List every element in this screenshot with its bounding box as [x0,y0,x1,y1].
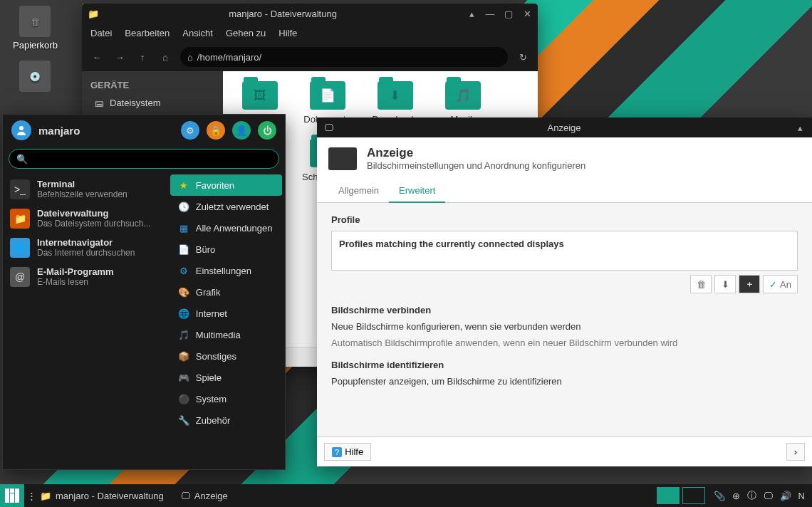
category-zuletzt-verwendet[interactable]: 🕓Zuletzt verwendet [170,196,282,217]
user-avatar-icon[interactable] [11,120,31,140]
connect-sub: Automatisch Bildschirmprofile anwenden, … [331,338,798,348]
category-system[interactable]: ⚫System [170,388,282,409]
folder-icon: 📄 [310,81,345,110]
settings-icon: ⚙ [186,125,194,136]
taskbar-item-fm[interactable]: 📁 manjaro - Dateiverwaltung [31,484,172,507]
category-icon: ★ [177,179,190,192]
svg-point-0 [19,126,24,130]
monitor-icon: 🖵 [181,491,190,501]
lock-button[interactable]: 🔒 [207,121,225,140]
menu-datei[interactable]: Datei [90,28,112,38]
path-bar[interactable]: ⌂ /home/manjaro/ [180,47,508,67]
info-icon[interactable]: ⓘ [747,489,756,502]
switch-user-button[interactable]: 👤 [232,121,251,140]
ds-footer: ? Hilfe › [317,437,812,466]
fm-titlebar[interactable]: 📁 manjaro - Dateiverwaltung ▴ — ▢ ✕ [82,4,538,23]
network-icon[interactable]: N [798,491,805,501]
category-icon: 🌐 [177,307,190,320]
close-icon[interactable]: ✕ [522,9,532,19]
logout-button[interactable]: ⏻ [258,121,276,140]
display-tray-icon[interactable]: 🖵 [764,491,773,501]
path-text: /home/manjaro/ [197,52,261,63]
close-button[interactable]: › [786,443,805,461]
app-terminal[interactable]: >_TerminalBefehlszeile verwenden [3,174,167,204]
category-internet[interactable]: 🌐Internet [170,303,282,324]
wm-categories-list: ★Favoriten🕓Zuletzt verwendet▦Alle Anwend… [167,172,285,478]
add-profile-button[interactable]: ＋ [739,275,760,293]
update-icon[interactable]: ⊕ [732,491,740,501]
menu-ansicht[interactable]: Ansicht [182,28,213,38]
tab-general[interactable]: Allgemein [328,179,389,202]
home-icon[interactable]: ⌂ [157,49,173,65]
home-path-icon: ⌂ [187,52,193,63]
wm-favorites-list: >_TerminalBefehlszeile verwenden📁Dateive… [3,172,167,478]
menu-hilfe[interactable]: Hilfe [279,28,297,38]
category-alle-anwendungen[interactable]: ▦Alle Anwendungen [170,217,282,239]
category-grafik[interactable]: 🎨Grafik [170,281,282,303]
reload-icon[interactable]: ↻ [515,49,531,65]
trash-icon: 🗑 [697,279,706,290]
category-icon: 🔧 [177,414,190,427]
category-icon: ⚫ [177,392,190,405]
help-icon: ? [332,447,342,457]
wm-search[interactable]: 🔍 [9,149,279,169]
svg-rect-4 [15,488,19,503]
forward-icon[interactable]: → [112,49,127,65]
wm-header: manjaro ⚙ 🔒 👤 ⏻ [3,115,285,146]
connect-option[interactable]: Neue Bildschirme konfigurieren, wenn sie… [331,321,798,332]
category-einstellungen[interactable]: ⚙Einstellungen [170,260,282,281]
workspace-1[interactable] [657,487,680,504]
identify-option[interactable]: Popupfenster anzeigen, um Bildschirme zu… [331,376,798,387]
fm-app-icon: 📁 [88,9,99,19]
ds-content: Profile Profiles matching the currently … [317,203,812,404]
shade-icon[interactable]: ▴ [467,9,477,19]
app-dateiverwaltung[interactable]: 📁DateiverwaltungDas Dateisystem durchsuc… [3,204,167,233]
taskbar: ⋮ 📁 manjaro - Dateiverwaltung 🖵 Anzeige … [0,484,812,507]
fm-title: manjaro - Dateiverwaltung [99,9,467,19]
category-icon: ▦ [177,221,190,234]
wm-username: manjaro [38,125,174,137]
search-input[interactable] [32,154,271,164]
ds-app-icon: 🖵 [324,122,333,133]
clipboard-icon[interactable]: 📎 [714,491,725,501]
volume-icon[interactable]: 🔊 [780,491,791,501]
menu-bearbeiten[interactable]: Bearbeiten [125,28,170,38]
category-sonstiges[interactable]: 📦Sonstiges [170,345,282,367]
category-multimedia[interactable]: 🎵Multimedia [170,324,282,345]
ds-titlebar[interactable]: 🖵 Anzeige ▴ [317,117,812,137]
category-spiele[interactable]: 🎮Spiele [170,367,282,388]
maximize-icon[interactable]: ▢ [504,9,514,19]
svg-rect-2 [10,488,14,493]
profile-list[interactable]: Profiles matching the currently connecte… [331,231,798,271]
start-button[interactable] [0,484,24,507]
category-zubehör[interactable]: 🔧Zubehör [170,409,282,431]
shade-icon[interactable]: ▴ [795,122,805,132]
trash-icon[interactable]: 🗑 Papierkorb [13,6,58,51]
settings-button[interactable]: ⚙ [181,121,199,140]
category-icon: 🕓 [177,200,190,213]
category-büro[interactable]: 📄Büro [170,239,282,260]
menu-gehen zu[interactable]: Gehen zu [226,28,266,38]
power-icon: ⏻ [263,125,272,136]
tab-advanced[interactable]: Erweitert [389,179,445,203]
category-favoriten[interactable]: ★Favoriten [170,174,282,196]
app-e-mail-programm[interactable]: @E-Mail-ProgrammE-Mails lesen [3,262,167,291]
help-button[interactable]: ? Hilfe [324,443,371,461]
disk-icon[interactable]: 💿 [13,61,58,95]
back-icon[interactable]: ← [89,49,105,65]
category-icon: 🎮 [177,371,190,384]
svg-rect-3 [10,493,14,503]
workspace-2[interactable] [682,487,705,504]
ds-tabs: Allgemein Erweitert [317,179,812,203]
up-icon[interactable]: ↑ [135,49,150,65]
app-internetnavigator[interactable]: 🌐InternetnavigatorDas Internet durchsuch… [3,233,167,262]
sidebar-item-filesystem[interactable]: 🖴 Dateisystem [88,93,217,113]
check-icon: ✓ [769,279,777,290]
apply-profile-button[interactable]: ✓An [763,275,798,293]
delete-profile-button[interactable]: 🗑 [690,275,712,293]
save-profile-button[interactable]: ⬇ [714,275,736,293]
taskbar-item-display[interactable]: 🖵 Anzeige [172,484,236,507]
minimize-icon[interactable]: — [485,9,495,19]
folder-icon: 📁 [40,491,51,501]
separator: ⋮ [24,484,31,507]
